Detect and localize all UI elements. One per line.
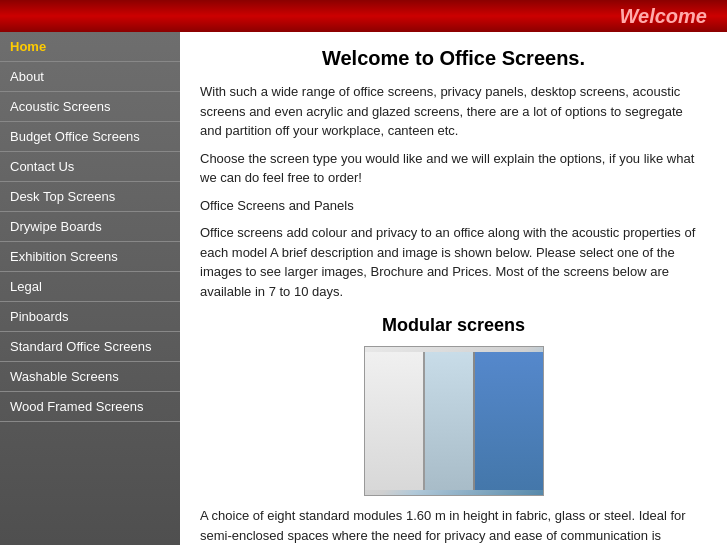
header-title: Welcome	[620, 5, 707, 28]
sidebar-item-pinboards[interactable]: Pinboards	[0, 302, 180, 332]
sidebar-item-acoustic-screens[interactable]: Acoustic Screens	[0, 92, 180, 122]
sidebar: HomeAboutAcoustic ScreensBudget Office S…	[0, 32, 180, 545]
page-title: Welcome to Office Screens.	[200, 47, 707, 70]
intro-paragraph-1: With such a wide range of office screens…	[200, 82, 707, 141]
image-panel-right	[475, 352, 543, 490]
section1-label: Office Screens and Panels	[200, 196, 707, 216]
sidebar-item-home[interactable]: Home	[0, 32, 180, 62]
modular-caption: A choice of eight standard modules 1.60 …	[200, 506, 707, 545]
sidebar-item-budget-office-screens[interactable]: Budget Office Screens	[0, 122, 180, 152]
modular-image-container	[200, 346, 707, 496]
sidebar-item-desk-top-screens[interactable]: Desk Top Screens	[0, 182, 180, 212]
sidebar-item-legal[interactable]: Legal	[0, 272, 180, 302]
sidebar-item-contact-us[interactable]: Contact Us	[0, 152, 180, 182]
sidebar-item-standard-office-screens[interactable]: Standard Office Screens	[0, 332, 180, 362]
sidebar-item-exhibition-screens[interactable]: Exhibition Screens	[0, 242, 180, 272]
image-panel-left	[365, 352, 425, 490]
sidebar-item-drywipe-boards[interactable]: Drywipe Boards	[0, 212, 180, 242]
sidebar-item-about[interactable]: About	[0, 62, 180, 92]
layout: HomeAboutAcoustic ScreensBudget Office S…	[0, 32, 727, 545]
modular-image	[364, 346, 544, 496]
image-panel-mid	[425, 352, 475, 490]
header: Welcome	[0, 0, 727, 32]
intro-paragraph-2: Choose the screen type you would like an…	[200, 149, 707, 188]
sidebar-item-washable-screens[interactable]: Washable Screens	[0, 362, 180, 392]
section1-text: Office screens add colour and privacy to…	[200, 223, 707, 301]
modular-heading: Modular screens	[200, 315, 707, 336]
main-content: Welcome to Office Screens. With such a w…	[180, 32, 727, 545]
sidebar-item-wood-framed-screens[interactable]: Wood Framed Screens	[0, 392, 180, 422]
